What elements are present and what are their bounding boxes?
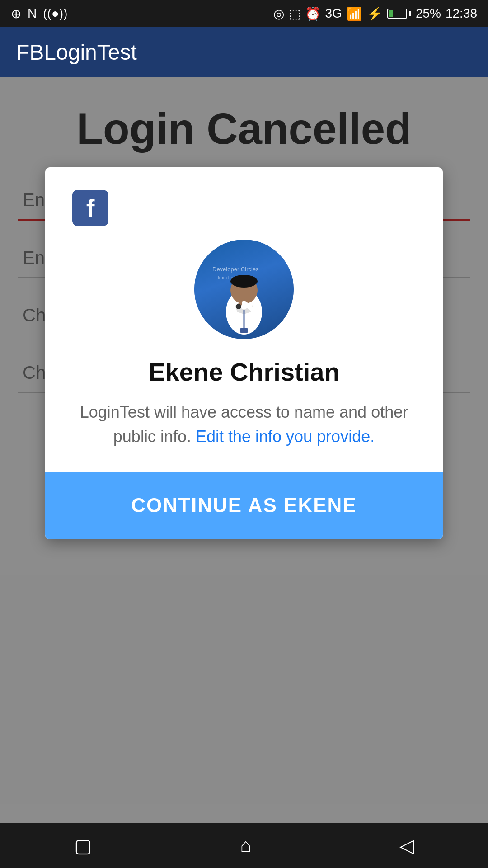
bolt-icon: ⚡: [367, 6, 383, 21]
battery-indicator: [387, 9, 411, 19]
signal-icon: ((●)): [43, 6, 67, 21]
continue-button-label: CONTINUE AS EKENE: [131, 494, 357, 516]
svg-text:Developer Circles: Developer Circles: [212, 266, 259, 273]
continue-as-ekene-button[interactable]: CONTINUE AS EKENE: [45, 472, 443, 539]
fb-letter: f: [86, 193, 95, 223]
app-title: FBLoginTest: [16, 40, 137, 65]
svg-point-5: [236, 304, 241, 309]
status-bar: ⊕ N ((●)) ◎ ⬚ ⏰ 3G 📶 ⚡ 25% 12:38: [0, 0, 488, 27]
facebook-login-modal: f Developer Circles from Facebook: [45, 167, 443, 539]
user-name: Ekene Christian: [72, 357, 416, 387]
svg-rect-8: [240, 328, 248, 333]
app-bar: FBLoginTest: [0, 27, 488, 77]
status-bar-left: ⊕ N ((●)): [11, 6, 67, 21]
modal-body: f Developer Circles from Facebook: [45, 167, 443, 449]
notification-icon: N: [28, 6, 37, 21]
modal-fb-icon-area: f: [72, 190, 416, 226]
status-bar-right: ◎ ⬚ ⏰ 3G 📶 ⚡ 25% 12:38: [273, 6, 477, 21]
location-icon: ◎: [273, 6, 284, 21]
svg-point-9: [230, 275, 258, 288]
user-avatar: Developer Circles from Facebook: [194, 240, 294, 339]
network-type: 3G: [325, 6, 342, 21]
battery-percent: 25%: [416, 6, 441, 21]
signal-bars-icon: 📶: [347, 6, 362, 21]
recents-icon[interactable]: ▢: [74, 835, 92, 857]
alarm-icon: ⏰: [305, 6, 321, 21]
navigation-bar: ▢ ⌂ ◁: [0, 823, 488, 868]
whatsapp-icon: ⊕: [11, 6, 21, 21]
home-icon[interactable]: ⌂: [240, 835, 251, 856]
edit-info-link[interactable]: Edit the info you provide.: [196, 427, 375, 446]
avatar-person-svg: Developer Circles from Facebook: [208, 258, 280, 339]
clock: 12:38: [446, 6, 477, 21]
back-icon[interactable]: ◁: [399, 835, 414, 857]
rotate-icon: ⬚: [289, 6, 300, 21]
facebook-square-icon: f: [72, 190, 108, 226]
modal-description: LoginTest will have access to name and o…: [72, 400, 416, 449]
